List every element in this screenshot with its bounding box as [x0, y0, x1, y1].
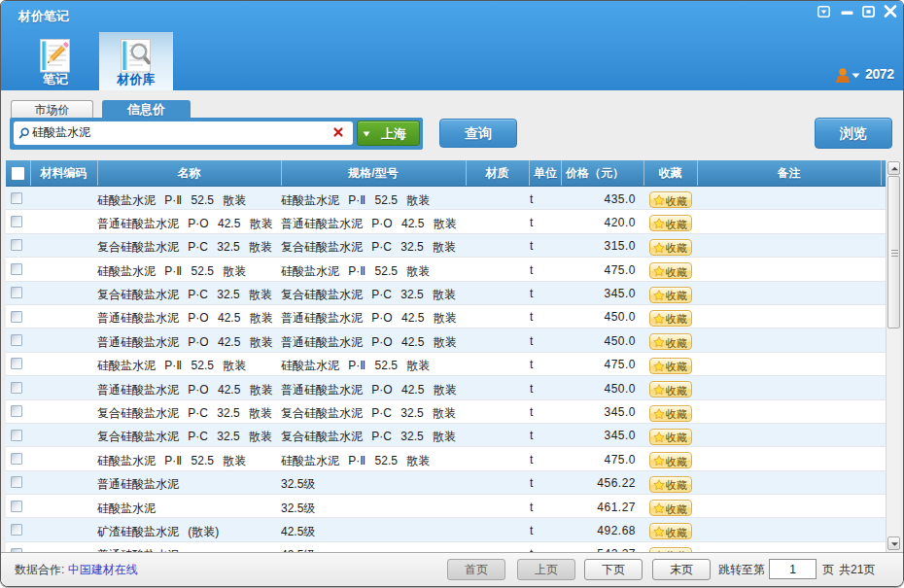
select-all-checkbox[interactable]	[12, 167, 24, 180]
prev-page-button[interactable]: 上页	[517, 559, 575, 580]
table-row[interactable]: 复合硅酸盐水泥 P·C 32.5 散装 复合硅酸盐水泥 P·C 32.5 散装 …	[6, 234, 886, 258]
row-checkbox[interactable]	[11, 405, 22, 417]
row-checkbox[interactable]	[11, 476, 22, 488]
notes-icon	[39, 37, 72, 74]
cell-unit: t	[530, 453, 563, 467]
favorite-button[interactable]: 收藏	[649, 405, 692, 422]
column-separator	[881, 160, 882, 186]
query-button[interactable]: 查询	[439, 119, 517, 148]
favorite-button[interactable]: 收藏	[649, 381, 692, 398]
col-header-favorite[interactable]: 收藏	[643, 160, 697, 186]
table-row[interactable]: 复合硅酸盐水泥 P·C 32.5 散装 复合硅酸盐水泥 P·C 32.5 散装 …	[6, 424, 886, 447]
last-page-button[interactable]: 末页	[652, 559, 711, 580]
table-header: 材料编码 名称 规格/型号 材质 单位 价格（元） 收藏 备注	[6, 160, 886, 187]
row-checkbox[interactable]	[11, 311, 22, 323]
table-row[interactable]: 硅酸盐水泥 P·Ⅱ 52.5 散装 硅酸盐水泥 P·Ⅱ 52.5 散装 t 47…	[6, 258, 886, 281]
col-header-spec[interactable]: 规格/型号	[281, 160, 466, 186]
favorite-button[interactable]: 收藏	[649, 523, 692, 539]
favorite-button[interactable]: 收藏	[649, 310, 692, 327]
favorite-button[interactable]: 收藏	[649, 191, 692, 208]
user-icon	[835, 68, 851, 83]
row-checkbox[interactable]	[11, 216, 22, 227]
favorite-label: 收藏	[666, 455, 687, 469]
table-row[interactable]: 普通硅酸盐水泥 32.5级 t 456.22 收藏	[6, 471, 886, 495]
row-checkbox[interactable]	[11, 358, 22, 369]
jump-page-input[interactable]	[769, 559, 817, 579]
maximize-button[interactable]	[862, 6, 875, 17]
toolbar-button-library[interactable]: 材价库	[99, 32, 173, 90]
scroll-down-icon	[888, 537, 901, 551]
close-button[interactable]	[884, 5, 897, 17]
favorite-button[interactable]: 收藏	[649, 476, 692, 493]
row-checkbox[interactable]	[11, 524, 22, 536]
favorite-button[interactable]: 收藏	[649, 333, 692, 350]
table-row[interactable]: 矿渣硅酸盐水泥 (散装) 42.5级 t 492.68 收藏	[6, 518, 886, 541]
col-header-note[interactable]: 备注	[697, 160, 881, 186]
cooperation-link[interactable]: 中国建材在线	[68, 563, 138, 576]
favorite-button[interactable]: 收藏	[649, 239, 692, 256]
table-row[interactable]: 硅酸盐水泥 32.5级 t 461.27 收藏	[6, 495, 886, 518]
favorite-button[interactable]: 收藏	[649, 500, 692, 516]
favorite-button[interactable]: 收藏	[649, 452, 692, 468]
col-header-unit[interactable]: 单位	[529, 160, 562, 186]
col-header-name[interactable]: 名称	[97, 160, 281, 186]
app-window: 材价笔记	[0, 0, 904, 587]
favorite-button[interactable]: 收藏	[649, 358, 692, 374]
tab-market-price[interactable]: 市场价	[11, 100, 93, 119]
cell-unit: t	[530, 429, 563, 442]
tab-market-price-label: 市场价	[35, 103, 70, 117]
scrollbar-thumb[interactable]	[887, 176, 900, 329]
scroll-down-button[interactable]	[887, 536, 900, 550]
row-checkbox[interactable]	[11, 239, 22, 251]
row-checkbox[interactable]	[11, 453, 22, 465]
scrollbar-grip	[891, 250, 898, 257]
table-row[interactable]: 普通硅酸盐水泥 P·O 42.5 散装 普通硅酸盐水泥 P·O 42.5 散装 …	[6, 376, 886, 399]
table-row[interactable]: 硅酸盐水泥 P·Ⅱ 52.5 散装 硅酸盐水泥 P·Ⅱ 52.5 散装 t 47…	[6, 447, 886, 470]
table-row[interactable]: 复合硅酸盐水泥 P·C 32.5 散装 复合硅酸盐水泥 P·C 32.5 散装 …	[6, 400, 886, 424]
row-checkbox[interactable]	[11, 263, 22, 275]
row-checkbox[interactable]	[11, 287, 22, 298]
cell-unit: t	[530, 310, 563, 324]
table-row[interactable]: 普通硅酸盐水泥 P·O 42.5 散装 普通硅酸盐水泥 P·O 42.5 散装 …	[6, 210, 886, 233]
toolbar-button-notes[interactable]: 笔记	[17, 32, 93, 90]
table-row[interactable]: 普通硅酸盐水泥 P·O 42.5 散装 普通硅酸盐水泥 P·O 42.5 散装 …	[6, 305, 886, 329]
favorite-label: 收藏	[666, 336, 687, 351]
star-icon	[653, 455, 665, 467]
tray-button[interactable]	[817, 6, 830, 17]
browse-button[interactable]: 浏览	[815, 118, 892, 149]
cell-name: 普通硅酸盐水泥 P·O 42.5 散装	[97, 216, 280, 232]
minimize-button[interactable]	[841, 11, 853, 16]
cell-spec: 42.5级	[281, 524, 465, 540]
next-page-button[interactable]: 下页	[584, 559, 643, 580]
row-checkbox[interactable]	[11, 382, 22, 394]
search-input[interactable]	[32, 122, 324, 143]
vertical-scrollbar[interactable]	[886, 160, 900, 553]
row-checkbox[interactable]	[11, 334, 22, 346]
table-row[interactable]: 硅酸盐水泥 P·Ⅱ 52.5 散装 硅酸盐水泥 P·Ⅱ 52.5 散装 t 47…	[6, 353, 886, 376]
table-row[interactable]: 复合硅酸盐水泥 P·C 32.5 散装 复合硅酸盐水泥 P·C 32.5 散装 …	[6, 282, 886, 305]
favorite-button[interactable]: 收藏	[649, 262, 692, 279]
col-header-code[interactable]: 材料编码	[30, 160, 97, 186]
first-page-button[interactable]: 首页	[447, 559, 505, 580]
cell-spec: 32.5级	[281, 476, 465, 493]
row-checkbox[interactable]	[11, 501, 22, 512]
cell-price: 492.68	[562, 524, 636, 537]
clear-search-icon[interactable]	[331, 125, 345, 139]
window-title: 材价笔记	[18, 8, 69, 25]
scroll-up-button[interactable]	[887, 161, 900, 175]
col-header-price[interactable]: 价格（元）	[561, 160, 629, 186]
tab-info-price-label: 信息价	[127, 102, 165, 117]
favorite-button[interactable]: 收藏	[649, 429, 692, 445]
table-row[interactable]: 硅酸盐水泥 P·Ⅱ 52.5 散装 硅酸盐水泥 P·Ⅱ 52.5 散装 t 43…	[6, 187, 886, 210]
table-row[interactable]: 普通硅酸盐水泥 P·O 42.5 散装 普通硅酸盐水泥 P·O 42.5 散装 …	[6, 329, 886, 352]
cell-name: 普通硅酸盐水泥 P·O 42.5 散装	[97, 382, 280, 398]
tab-info-price[interactable]: 信息价	[102, 100, 191, 120]
row-checkbox[interactable]	[11, 192, 22, 204]
star-icon	[653, 361, 665, 372]
favorite-label: 收藏	[666, 384, 687, 398]
row-checkbox[interactable]	[11, 430, 22, 441]
favorite-button[interactable]: 收藏	[649, 215, 692, 231]
col-header-material[interactable]: 材质	[466, 160, 529, 186]
favorite-button[interactable]: 收藏	[649, 287, 692, 303]
city-dropdown[interactable]: 上海	[357, 121, 420, 146]
